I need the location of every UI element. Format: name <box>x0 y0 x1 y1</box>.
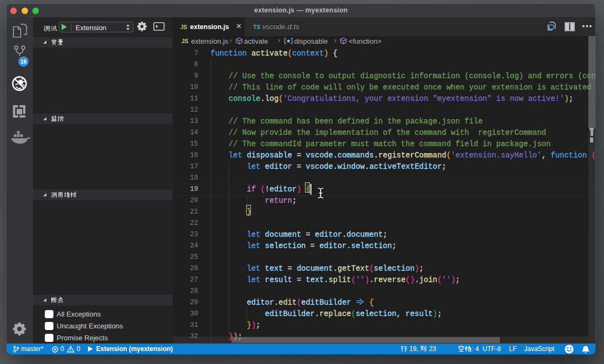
svg-text:16: 16 <box>21 58 27 65</box>
